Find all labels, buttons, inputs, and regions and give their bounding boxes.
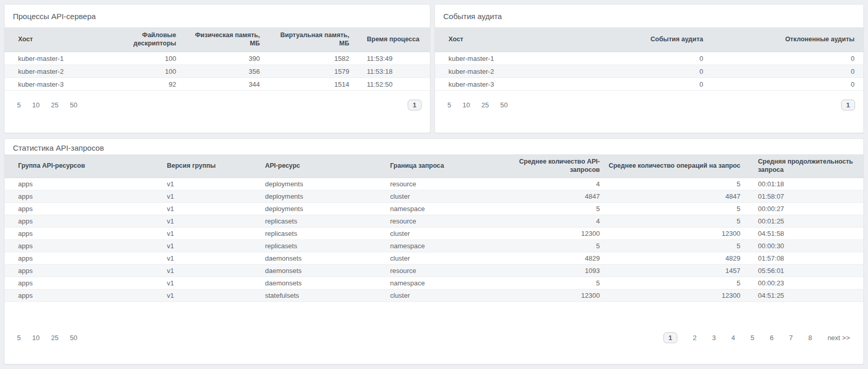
page-size-option[interactable]: 50: [500, 101, 507, 109]
page-button[interactable]: 4: [731, 334, 735, 342]
table-row: appsv1daemonsetsnamespace5500:00:23: [5, 277, 863, 290]
page-size-option[interactable]: 5: [447, 101, 451, 109]
column-header-label: Файловые дескрипторы: [133, 31, 176, 47]
table-cell: apps: [5, 254, 153, 262]
column-header-label: Физическая память, МБ: [195, 31, 260, 47]
table-cell: apps: [5, 192, 153, 200]
table-cell: 1514: [264, 81, 353, 88]
table-cell: 100: [134, 68, 180, 75]
page-size-option[interactable]: 10: [32, 101, 39, 109]
table-cell: apps: [5, 242, 153, 250]
column-header-label: Среднее количество API- запросов: [519, 158, 600, 174]
table-cell: v1: [153, 180, 252, 188]
page-size-option[interactable]: 10: [462, 101, 470, 109]
table-cell: 00:00:27: [745, 205, 864, 213]
table-row: appsv1deploymentsresource4500:01:18: [5, 178, 863, 190]
page-button[interactable]: 6: [770, 334, 773, 342]
table-row: kuber-master-1100390158211:53:49: [5, 52, 430, 65]
table-cell: apps: [5, 217, 153, 225]
table-cell: v1: [153, 279, 252, 287]
table-cell: 4847: [604, 192, 745, 200]
page-size-options: 5102550: [17, 334, 78, 342]
table-cell: 344: [180, 81, 264, 88]
page-size-option[interactable]: 5: [17, 101, 21, 109]
column-header[interactable]: API-ресурс: [252, 162, 377, 170]
column-header[interactable]: Среднее количество операций на запрос: [604, 162, 745, 170]
table-row: kuber-master-2100356157911:53:18: [5, 65, 430, 78]
column-header[interactable]: Группа API-ресурсов: [5, 162, 153, 170]
table-cell: 01:57:08: [745, 254, 864, 262]
table-cell: v1: [153, 192, 252, 200]
table-cell: 04:51:58: [745, 230, 864, 237]
page-size-option[interactable]: 25: [482, 101, 489, 109]
table-cell: v1: [153, 217, 252, 225]
table-cell: 5: [604, 242, 745, 250]
page-buttons: 12345678next >>: [663, 332, 850, 343]
column-header[interactable]: Физическая память, МБ: [180, 31, 264, 47]
table-cell: 1457: [604, 267, 745, 275]
table-cell: 11:52:50: [353, 81, 430, 88]
table-row: appsv1daemonsetsresource1093145705:56:01: [5, 265, 863, 277]
top-row: Процессы API-сервера ХостФайловые дескри…: [4, 4, 864, 133]
column-header-label: Хост: [448, 36, 463, 44]
column-header[interactable]: Хост: [5, 36, 134, 44]
table-header-row: ХостФайловые дескрипторыФизическая памят…: [5, 27, 430, 52]
page-size-option[interactable]: 50: [70, 101, 77, 109]
table-cell: 12300: [604, 230, 745, 237]
page-button[interactable]: 2: [693, 334, 696, 342]
table-row: kuber-master-200: [435, 65, 863, 78]
column-header[interactable]: Виртуальная память, МБ: [264, 31, 353, 47]
table-cell: 5: [604, 279, 745, 287]
column-header[interactable]: Версия группы: [153, 162, 252, 170]
column-header[interactable]: Среднее количество API- запросов: [506, 158, 604, 174]
column-header[interactable]: Отклоненные аудиты: [707, 36, 864, 44]
page-size-option[interactable]: 25: [51, 334, 58, 342]
table-cell: 1093: [506, 267, 604, 275]
next-page-button[interactable]: next >>: [828, 334, 850, 342]
table-header-row: Группа API-ресурсовВерсия группыAPI-ресу…: [5, 154, 863, 178]
page-button[interactable]: 3: [712, 334, 716, 342]
page-size-option[interactable]: 50: [70, 334, 77, 342]
page-button[interactable]: 7: [789, 334, 793, 342]
column-header-label: События аудита: [650, 36, 703, 44]
table-cell: 92: [134, 81, 180, 88]
page-size-option[interactable]: 25: [51, 101, 58, 109]
page-button-active[interactable]: 1: [408, 100, 422, 110]
table-cell: 356: [180, 68, 264, 75]
table-cell: apps: [5, 205, 153, 213]
page-button-active[interactable]: 1: [841, 100, 855, 110]
table-cell: 4847: [506, 192, 604, 200]
column-header[interactable]: Файловые дескрипторы: [134, 31, 180, 47]
panel-audit-events: События аудита ХостСобытия аудитаОтклоне…: [435, 4, 864, 133]
page-size-option[interactable]: 5: [17, 334, 21, 342]
table-cell: namespace: [377, 279, 506, 287]
column-header-label: Время процесса: [367, 36, 420, 44]
page-button[interactable]: 8: [808, 334, 812, 342]
table-cell: 4829: [506, 254, 604, 262]
page-button-active[interactable]: 1: [663, 332, 677, 343]
table-cell: 05:56:01: [745, 267, 864, 275]
table-cell: cluster: [377, 254, 506, 262]
table-cell: 390: [180, 55, 264, 62]
api-request-stats-pagination: 510255012345678next >>: [5, 332, 863, 343]
page-button[interactable]: 5: [751, 334, 754, 342]
column-header[interactable]: События аудита: [606, 36, 707, 44]
column-header[interactable]: Хост: [435, 36, 606, 44]
panel-title: Статистика API-запросов: [5, 139, 863, 154]
table-row: kuber-master-392344151411:52:50: [5, 78, 430, 91]
table-cell: kuber-master-1: [435, 55, 606, 62]
table-cell: kuber-master-3: [435, 81, 606, 88]
table-cell: resource: [377, 267, 506, 275]
table-cell: 0: [707, 55, 864, 62]
column-header[interactable]: Средняя продолжительность запроса: [745, 158, 864, 174]
table-row: kuber-master-100: [435, 52, 863, 65]
column-header-label: Группа API-ресурсов: [18, 162, 85, 170]
table-cell: cluster: [377, 292, 506, 299]
column-header[interactable]: Время процесса: [353, 36, 430, 44]
page-size-option[interactable]: 10: [32, 334, 39, 342]
table-cell: deployments: [252, 192, 377, 200]
column-header-label: Среднее количество операций на запрос: [609, 162, 740, 170]
table-cell: deployments: [252, 205, 377, 213]
column-header[interactable]: Граница запроса: [377, 162, 506, 170]
table-row: appsv1replicasetscluster123001230004:51:…: [5, 228, 863, 240]
